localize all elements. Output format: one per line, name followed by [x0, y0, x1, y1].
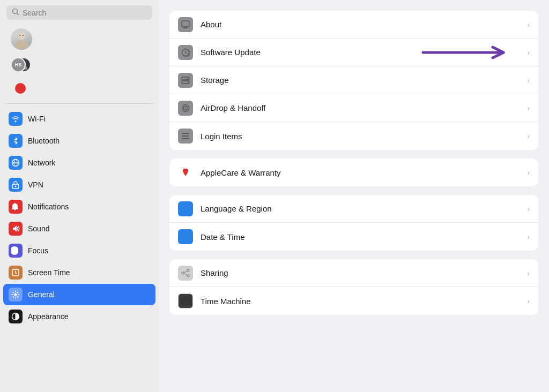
datetime-settings-icon: [178, 229, 193, 244]
appearance-icon: [9, 310, 23, 323]
svg-rect-28: [182, 135, 189, 137]
language-settings-icon: [178, 201, 193, 216]
svg-rect-29: [182, 138, 189, 139]
storage-settings-label: Storage: [201, 76, 520, 85]
svg-point-6: [19, 35, 20, 36]
sidebar-item-general[interactable]: General: [3, 284, 155, 305]
loginitems-settings-icon: [178, 129, 193, 144]
sidebar-item-wifi[interactable]: Wi-Fi: [3, 108, 155, 130]
svg-point-34: [187, 269, 189, 272]
svg-rect-18: [182, 21, 189, 27]
applecare-settings-icon: [178, 165, 193, 180]
settings-group: About› Software Update › Storage› AirDro…: [169, 11, 538, 150]
timemachine-settings-icon: [178, 293, 193, 308]
svg-point-36: [187, 275, 189, 277]
sidebar-item-notifications[interactable]: Notifications: [3, 196, 155, 217]
sharing-settings-label: Sharing: [201, 268, 520, 277]
svg-point-4: [18, 33, 25, 39]
applecare-chevron-icon: ›: [527, 168, 530, 177]
focus-icon: [9, 244, 23, 258]
family-avatar-a: HS: [11, 57, 26, 72]
settings-row-about[interactable]: About›: [169, 11, 538, 39]
settings-row-applecare[interactable]: AppleCare & Warranty›: [169, 159, 538, 186]
general-icon: [9, 288, 23, 301]
about-chevron-icon: ›: [527, 20, 530, 29]
sidebar-list: Wi-Fi Bluetooth Network VPN Notification…: [0, 106, 159, 392]
sharing-chevron-icon: ›: [527, 269, 530, 277]
sound-icon: [9, 222, 23, 236]
main-content: About› Software Update › Storage› AirDro…: [159, 0, 549, 392]
settings-group: AppleCare & Warranty›: [169, 159, 538, 186]
settings-row-datetime[interactable]: Date & Time›: [169, 223, 538, 251]
bluetooth-label: Bluetooth: [28, 137, 60, 145]
softwareupdate-settings-label: Software Update: [201, 48, 520, 57]
applecare-settings-label: AppleCare & Warranty: [201, 168, 520, 177]
svg-point-7: [23, 35, 24, 36]
sharing-settings-icon: [178, 266, 193, 281]
family-item[interactable]: HS: [3, 54, 155, 77]
sidebar-item-screentime[interactable]: Screen Time: [3, 262, 155, 283]
search-bar[interactable]: [6, 5, 152, 20]
sidebar-item-vpn[interactable]: VPN: [3, 174, 155, 195]
sidebar: HS Wi-Fi Bluetooth Network VPN Notificat…: [0, 0, 159, 392]
sound-label: Sound: [28, 224, 49, 233]
airdrop-settings-icon: [178, 101, 193, 116]
svg-point-16: [14, 293, 17, 296]
sidebar-item-bluetooth[interactable]: Bluetooth: [3, 130, 155, 152]
settings-row-sharing[interactable]: Sharing›: [169, 259, 538, 287]
settings-row-airdrop[interactable]: AirDrop & Handoff›: [169, 94, 538, 122]
sidebar-item-focus[interactable]: Focus: [3, 240, 155, 261]
avatar: [11, 28, 32, 50]
svg-point-23: [188, 81, 189, 82]
svg-point-14: [15, 186, 17, 187]
screentime-label: Screen Time: [28, 268, 70, 277]
svg-point-26: [185, 108, 186, 109]
datetime-settings-label: Date & Time: [201, 232, 520, 242]
airdrop-settings-label: AirDrop & Handoff: [201, 103, 520, 112]
appearance-label: Appearance: [28, 312, 69, 321]
notifications-icon: [9, 200, 23, 214]
sidebar-item-sound[interactable]: Sound: [3, 218, 155, 239]
search-icon: [12, 8, 19, 17]
focus-label: Focus: [28, 246, 48, 255]
language-chevron-icon: ›: [527, 205, 530, 213]
bluetooth-icon: [9, 134, 23, 148]
settings-group: Sharing› Time Machine›: [169, 259, 538, 315]
softwareupdate-settings-icon: [178, 45, 193, 60]
settings-row-language[interactable]: Language & Region›: [169, 195, 538, 223]
search-input[interactable]: [23, 9, 147, 17]
language-settings-label: Language & Region: [201, 204, 520, 213]
settings-group: Language & Region› Date & Time›: [169, 195, 538, 251]
loginitems-settings-label: Login Items: [201, 132, 520, 141]
timemachine-settings-label: Time Machine: [201, 297, 520, 306]
screentime-icon: [9, 266, 23, 280]
profile-item[interactable]: [3, 25, 155, 53]
svg-rect-27: [182, 133, 189, 134]
storage-settings-icon: [178, 73, 193, 88]
network-icon: [9, 156, 23, 170]
vpn-icon: [9, 178, 23, 192]
settings-row-timemachine[interactable]: Time Machine›: [169, 287, 538, 315]
notifications-label: Notifications: [28, 202, 69, 211]
network-label: Network: [28, 159, 55, 167]
loginitems-chevron-icon: ›: [527, 132, 530, 140]
svg-line-1: [17, 13, 19, 15]
vpn-label: VPN: [28, 180, 43, 189]
about-settings-label: About: [201, 20, 520, 29]
datetime-chevron-icon: ›: [527, 232, 530, 241]
wifi-label: Wi-Fi: [28, 115, 46, 123]
sidebar-item-network[interactable]: Network: [3, 152, 155, 174]
wifi-icon: [9, 112, 23, 126]
airdrop-chevron-icon: ›: [527, 104, 530, 112]
sidebar-item-appearance[interactable]: Appearance: [3, 306, 155, 327]
update-badge: [15, 83, 26, 94]
storage-chevron-icon: ›: [527, 76, 530, 85]
software-update-available[interactable]: [3, 79, 155, 98]
general-label: General: [28, 290, 55, 299]
family-avatars: HS: [11, 57, 30, 73]
settings-row-loginitems[interactable]: Login Items›: [169, 122, 538, 150]
settings-row-softwareupdate[interactable]: Software Update ›: [169, 39, 538, 66]
sidebar-divider: [5, 103, 153, 104]
settings-row-storage[interactable]: Storage›: [169, 66, 538, 94]
softwareupdate-chevron-icon: ›: [527, 48, 530, 57]
